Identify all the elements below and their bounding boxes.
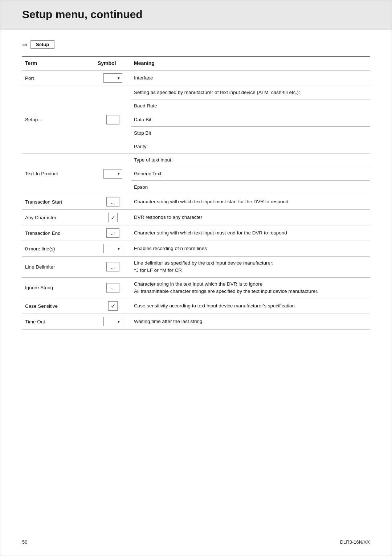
symbol-line-delimiter: ... bbox=[95, 259, 131, 274]
ellipsis-ignore-string[interactable]: ... bbox=[106, 283, 119, 293]
symbol-text-in-product: ▼ bbox=[95, 154, 131, 194]
meanings-setup: Setting as specified by manufacturer of … bbox=[131, 86, 370, 153]
table-row-text-in-product: Text-In Product ▼ Type of text input: Ge… bbox=[22, 154, 370, 194]
meaning-port: Interface bbox=[131, 71, 370, 85]
term-transaction-end: Transaction End bbox=[22, 228, 95, 239]
table-row-ignore-string: Ignore String ... Character string in th… bbox=[22, 278, 370, 299]
table-row-case-sensitive: Case Sensitive ✓ Case sensitivity accord… bbox=[22, 298, 370, 314]
box-setup[interactable] bbox=[106, 115, 119, 124]
chevron-down-icon: ▼ bbox=[117, 76, 121, 80]
meaning-ignore-string: Character string in the text input which… bbox=[131, 278, 370, 298]
col-meaning: Meaning bbox=[131, 59, 370, 68]
meaning-setup-1: Baud Rate bbox=[131, 99, 370, 113]
dropdown-time-out[interactable]: ▼ bbox=[103, 317, 122, 326]
symbol-case-sensitive: ✓ bbox=[95, 298, 131, 314]
meaning-setup-2: Data Bit bbox=[131, 113, 370, 127]
symbol-ignore-string: ... bbox=[95, 280, 131, 295]
meaning-text-in-product-0: Type of text input: bbox=[131, 154, 370, 167]
dropdown-text-in-product[interactable]: ▼ bbox=[103, 169, 122, 179]
meanings-text-in-product: Type of text input: Generic Text Epson bbox=[131, 154, 370, 194]
header-bar: Setup menu, continued bbox=[0, 0, 392, 29]
chevron-down-icon: ▼ bbox=[117, 247, 121, 251]
term-line-delimiter: Line Delimiter bbox=[22, 261, 95, 273]
checkbox-any-character[interactable]: ✓ bbox=[108, 213, 118, 222]
term-more-lines: 0 more line(s) bbox=[22, 243, 95, 254]
meaning-more-lines: Enables recording of n more lines bbox=[131, 242, 370, 255]
term-time-out: Time Out bbox=[22, 316, 95, 327]
dropdown-more-lines[interactable]: ▼ bbox=[103, 244, 122, 253]
footer-model-number: DLR3-16N/XX bbox=[340, 539, 370, 545]
term-setup: Setup… bbox=[22, 86, 95, 153]
term-any-character: Any Character bbox=[22, 212, 95, 223]
arrow-right-icon: ⇒ bbox=[22, 41, 28, 49]
ellipsis-transaction-start[interactable]: ... bbox=[106, 197, 119, 207]
chevron-down-icon: ▼ bbox=[117, 320, 121, 324]
symbol-time-out: ▼ bbox=[95, 314, 131, 329]
term-text-in-product: Text-In Product bbox=[22, 154, 95, 194]
symbol-transaction-start: ... bbox=[95, 194, 131, 209]
page-container: Setup menu, continued ⇒ Setup Term Symbo… bbox=[0, 0, 392, 556]
footer: 50 DLR3-16N/XX bbox=[22, 539, 370, 545]
table-header-row: Term Symbol Meaning bbox=[22, 57, 370, 70]
meaning-setup-0: Setting as specified by manufacturer of … bbox=[131, 86, 370, 99]
meaning-time-out: Waiting time after the last string bbox=[131, 315, 370, 328]
table-row-port: Port ▼ Interface bbox=[22, 70, 370, 86]
table-row-any-character: Any Character ✓ DVR responds to any char… bbox=[22, 210, 370, 225]
meaning-text-in-product-2: Epson bbox=[131, 181, 370, 194]
col-term: Term bbox=[22, 59, 95, 68]
symbol-port: ▼ bbox=[95, 70, 131, 86]
meaning-setup-4: Parity bbox=[131, 140, 370, 153]
table-row-setup: Setup… Setting as specified by manufactu… bbox=[22, 86, 370, 154]
table-row-line-delimiter: Line Delimiter ... Line delimiter as spe… bbox=[22, 257, 370, 278]
table-row-transaction-start: Transaction Start ... Character string w… bbox=[22, 194, 370, 210]
breadcrumb: ⇒ Setup bbox=[22, 40, 370, 49]
checkbox-case-sensitive[interactable]: ✓ bbox=[108, 301, 118, 311]
meaning-any-character: DVR responds to any character bbox=[131, 211, 370, 224]
page-title: Setup menu, continued bbox=[22, 8, 370, 21]
meaning-text-in-product-1: Generic Text bbox=[131, 167, 370, 181]
setup-nav-box[interactable]: Setup bbox=[30, 40, 54, 49]
meaning-setup-3: Stop Bit bbox=[131, 127, 370, 140]
symbol-transaction-end: ... bbox=[95, 225, 131, 241]
term-port: Port bbox=[22, 73, 95, 84]
meaning-transaction-start: Character string with which text input m… bbox=[131, 195, 370, 208]
term-transaction-start: Transaction Start bbox=[22, 196, 95, 208]
table-row-more-lines: 0 more line(s) ▼ Enables recording of n … bbox=[22, 241, 370, 257]
ellipsis-transaction-end[interactable]: ... bbox=[106, 228, 119, 238]
settings-table: Term Symbol Meaning Port ▼ Inter bbox=[22, 56, 370, 330]
table-row-time-out: Time Out ▼ Waiting time after the last s… bbox=[22, 314, 370, 330]
term-case-sensitive: Case Sensitive bbox=[22, 301, 95, 312]
meaning-line-delimiter: Line delimiter as specified by the text … bbox=[131, 257, 370, 277]
term-ignore-string: Ignore String bbox=[22, 282, 95, 293]
symbol-any-character: ✓ bbox=[95, 210, 131, 225]
footer-page-number: 50 bbox=[22, 539, 27, 545]
setup-nav-label: Setup bbox=[36, 42, 49, 47]
meaning-transaction-end: Character string with which text input m… bbox=[131, 226, 370, 240]
table-row-transaction-end: Transaction End ... Character string wit… bbox=[22, 225, 370, 241]
symbol-more-lines: ▼ bbox=[95, 241, 131, 256]
ellipsis-line-delimiter[interactable]: ... bbox=[106, 262, 119, 271]
symbol-setup bbox=[95, 86, 131, 153]
meaning-case-sensitive: Case sensitivity according to text input… bbox=[131, 299, 370, 312]
dropdown-port[interactable]: ▼ bbox=[103, 73, 122, 83]
content-area: ⇒ Setup Term Symbol Meaning Port bbox=[0, 29, 392, 340]
col-symbol: Symbol bbox=[95, 59, 131, 68]
chevron-down-icon: ▼ bbox=[117, 172, 121, 176]
